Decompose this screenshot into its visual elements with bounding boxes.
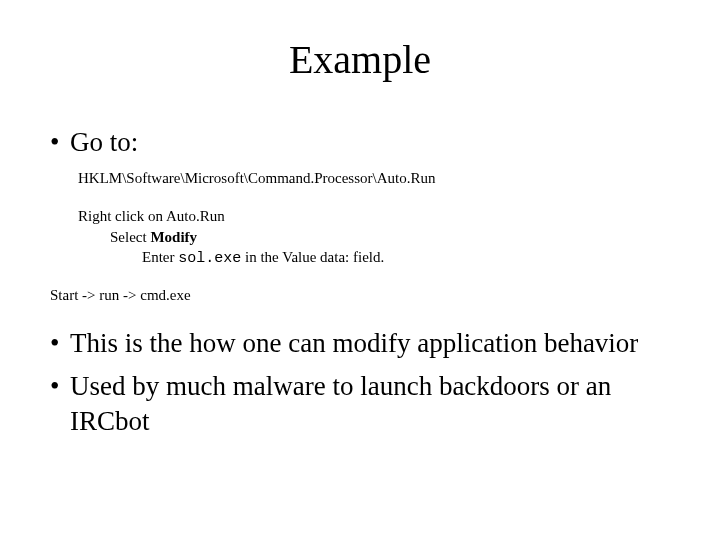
step-enter-value: Enter sol.exe in the Value data: field. xyxy=(142,247,670,269)
step-select-prefix: Select xyxy=(110,229,150,245)
bullet-goto-text: Go to: xyxy=(70,127,138,157)
slide-title: Example xyxy=(50,36,670,83)
bullet-modify-behavior: This is the how one can modify applicati… xyxy=(50,326,670,361)
step-enter-prefix: Enter xyxy=(142,249,178,265)
bullet-malware-text: Used by much malware to launch backdoors… xyxy=(70,371,611,436)
step-enter-code: sol.exe xyxy=(178,250,241,267)
bullet-malware: Used by much malware to launch backdoors… xyxy=(50,369,670,439)
slide: Example Go to: HKLM\Software\Microsoft\C… xyxy=(0,0,720,540)
step-enter-suffix: in the Value data: field. xyxy=(241,249,384,265)
step-right-click: Right click on Auto.Run xyxy=(78,206,670,226)
bullet-modify-text: This is the how one can modify applicati… xyxy=(70,328,638,358)
step-select-bold: Modify xyxy=(150,229,197,245)
start-run-line: Start -> run -> cmd.exe xyxy=(50,287,670,304)
registry-path: HKLM\Software\Microsoft\Command.Processo… xyxy=(78,168,670,188)
bullet-goto: Go to: xyxy=(50,125,670,160)
step-select-modify: Select Modify xyxy=(110,227,670,247)
bullet-list: Go to: HKLM\Software\Microsoft\Command.P… xyxy=(50,125,670,439)
